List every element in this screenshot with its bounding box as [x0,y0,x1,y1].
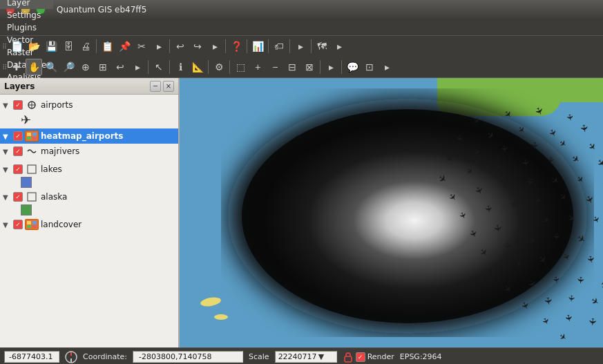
layers-ctrl-btn-1[interactable]: − [150,81,161,92]
toolbar-sep-7 [311,39,312,53]
layer-item-majrivers[interactable]: ▼ majrivers [0,144,178,159]
zoom-in2-button[interactable]: + [249,59,266,75]
plane-icon-88: ✈ [563,314,575,323]
layer-name-airports: airports [41,100,175,110]
layer-visibility-alaska[interactable] [13,192,23,202]
copy-button[interactable]: 📋 [99,38,115,55]
layer-icon-alaska [25,191,39,202]
plane-icon-53: ✈ [492,224,504,233]
menu-item-layer[interactable]: Layer [0,0,53,9]
identify-button[interactable]: ℹ [172,59,189,75]
chart-button[interactable]: 📊 [249,38,266,55]
layer-expand-heatmap: ▼ [3,133,11,140]
epsg-value[interactable]: EPSG:2964 [400,352,442,361]
toolbar-sep-4 [247,39,247,53]
more-button6[interactable]: ▸ [323,59,339,75]
layer-expand-majrivers: ▼ [3,148,11,155]
plane-icon-22: ✈ [491,160,504,171]
svg-rect-9 [28,165,36,173]
layers-ctrl-btn-2[interactable]: × [163,81,174,92]
layer-item-landcover[interactable]: ▼ landcover [0,217,178,232]
zoom-layer-button[interactable]: ⊞ [95,59,111,75]
label-button[interactable]: 🏷 [271,38,287,55]
zoom-full-button[interactable]: ⊕ [77,59,94,75]
zoom-out-button[interactable]: 🔎 [60,59,77,75]
touch-button[interactable]: ✚ [8,59,25,75]
render-checkbox[interactable] [356,352,365,362]
layer-visibility-majrivers[interactable] [13,146,23,156]
layer-name-alaska: alaska [41,192,175,202]
zoom-in-button[interactable]: 🔍 [43,59,59,75]
plane-icon-33: ✈ [499,181,510,189]
scale-value[interactable]: 22240717 ▼ [275,351,337,363]
more-button2[interactable]: ▸ [207,38,223,55]
layer-expand-alaska: ▼ [3,193,11,201]
select-button[interactable]: ↖ [151,59,167,75]
more-button1[interactable]: ▸ [151,38,167,55]
layer-visibility-heatmap[interactable] [13,131,23,141]
plane-icon-61: ✈ [477,247,490,259]
plane-icon-37: ✈ [600,178,603,189]
annotation-button[interactable]: 💬 [344,59,361,75]
zoom-prev-button[interactable]: ↩ [112,59,128,75]
plane-icon-71: ✈ [536,253,550,266]
layer-visibility-airports[interactable] [13,100,23,110]
plane-icon-46: ✈ [557,191,570,204]
menu-item-settings[interactable]: Settings [0,9,53,21]
saveas-button[interactable]: 🗄 [60,38,77,55]
layer-button[interactable]: 🗺 [314,38,330,55]
open-button[interactable]: 📂 [26,38,42,55]
layer-visibility-landcover[interactable] [13,220,23,229]
plane-icon-42: ✈ [457,210,469,220]
print-button[interactable]: 🖨 [77,38,94,55]
compass-icon [65,351,77,363]
pan-button[interactable]: ✋ [26,59,42,75]
new-button[interactable]: 📄 [8,38,25,55]
layer-item-alaska[interactable]: ▼ alaska [0,189,178,204]
zoom-out2-button[interactable]: − [267,59,283,75]
svg-rect-7 [27,137,31,140]
plane-icon-34: ✈ [525,178,536,186]
more-button4[interactable]: ▸ [331,38,347,55]
undo-button[interactable]: ↩ [172,38,189,55]
svg-rect-5 [27,133,31,136]
svg-rect-15 [27,225,31,228]
cut-button[interactable]: ✂ [133,38,150,55]
zoom-native-button[interactable]: ⊠ [301,59,318,75]
plane-icon-54: ✈ [517,218,527,226]
plane-icon-80: ✈ [598,278,603,292]
measure-button[interactable]: 📐 [189,59,206,75]
toolbar-sep-9 [169,60,170,74]
plane-icon-24: ✈ [546,156,556,164]
layer-item-lakes[interactable]: ▼ lakes [0,162,178,177]
more-button7[interactable]: ▸ [379,59,395,75]
svg-rect-10 [28,193,36,201]
help-button[interactable]: ❓ [228,38,245,55]
plane-icon-72: ✈ [561,251,573,262]
plane-symbol: ✈ [21,113,31,127]
window-title: Quantum GIS eb47ff5 [57,5,146,15]
zoom-box-button[interactable]: ⬚ [232,59,249,75]
layer-item-airports[interactable]: ▼ airports [0,97,178,113]
toolbars: ⠿ 📄 📂 💾 🗄 🖨 📋 📌 ✂ ▸ ↩ ↪ ▸ ❓ 📊 🏷 ▸ 🗺 ▸ ⠿ … [0,36,603,78]
scale-dropdown-arrow[interactable]: ▼ [318,352,324,361]
redo-button[interactable]: ↪ [189,38,206,55]
svg-rect-6 [32,133,37,136]
more-button3[interactable]: ▸ [292,38,309,55]
layer-item-heatmap[interactable]: ▼ heatmap_airports [0,128,178,144]
menu-item-plugins[interactable]: Plugins [0,21,53,34]
layer-visibility-lakes[interactable] [13,164,23,174]
plane-icon-8: ✈ [578,124,591,133]
paste-button[interactable]: 📌 [116,38,133,55]
layer-name-heatmap: heatmap_airports [41,131,175,141]
plane-icon-0: ✈ [471,115,482,126]
form-button[interactable]: ⊡ [361,59,378,75]
coordinate-value[interactable]: -2803800,7140758 [133,351,243,363]
zoom-extent-button[interactable]: ⊟ [284,59,300,75]
more-button5[interactable]: ▸ [129,59,146,75]
svg-rect-16 [32,225,37,228]
map-area[interactable]: ✈✈✈✈✈✈✈✈✈✈✈✈✈✈✈✈✈✈✈✈✈✈✈✈✈✈✈✈✈✈✈✈✈✈✈✈✈✈✈✈… [180,78,603,347]
save-button[interactable]: 💾 [43,38,59,55]
menubar: ProjectEditViewLayerSettingsPluginsVecto… [0,19,603,36]
settings-button[interactable]: ⚙ [211,59,227,75]
